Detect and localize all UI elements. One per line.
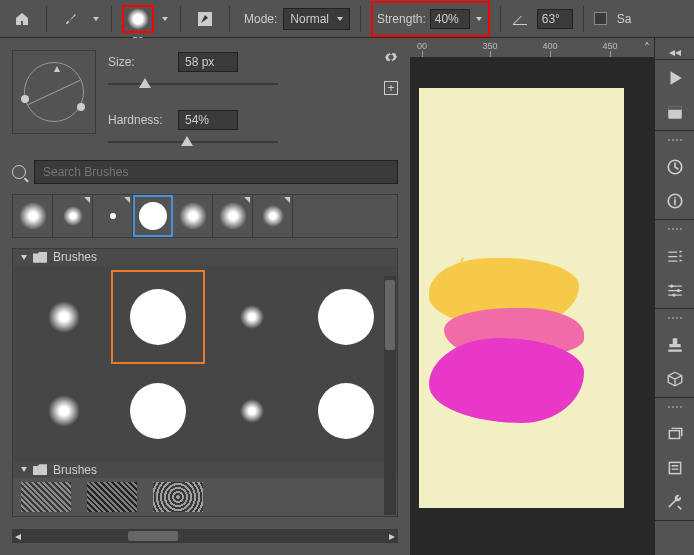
strength-label: Strength: (377, 12, 426, 26)
slider-thumb[interactable] (181, 136, 193, 146)
mode-select[interactable]: Normal (283, 8, 350, 30)
folder-icon (33, 464, 47, 475)
plus-icon: + (387, 82, 394, 94)
brush-tip-icon (130, 289, 186, 345)
tool-preset-button[interactable] (57, 5, 85, 33)
brush-search-row (12, 160, 398, 184)
hardness-slider[interactable] (108, 134, 278, 150)
brush-tip-icon (139, 202, 167, 230)
panel-grip[interactable] (661, 406, 689, 410)
brush-folder[interactable]: Brushes (13, 462, 397, 479)
horizontal-ruler[interactable]: 00 350 400 450 ˄ (410, 38, 654, 58)
brush-tip-icon (63, 206, 83, 226)
info-icon (666, 192, 684, 210)
expand-panels-button[interactable]: ◂◂ (655, 44, 694, 60)
tool-preset-dropdown[interactable] (91, 5, 101, 33)
clone-source-panel-button[interactable] (665, 335, 685, 355)
3d-panel-button[interactable] (665, 369, 685, 389)
angle-axis (28, 80, 81, 105)
angle-input[interactable]: 63° (537, 9, 573, 29)
size-slider[interactable] (108, 76, 278, 92)
brush-preset-icon (63, 11, 79, 27)
home-button[interactable] (8, 5, 36, 33)
brush-tip-icon (240, 305, 264, 329)
strength-dropdown[interactable] (474, 5, 484, 33)
angle-circle[interactable]: ▴ (24, 62, 84, 122)
brush-preset[interactable] (153, 482, 203, 512)
brush-search-input[interactable] (34, 160, 398, 184)
brush-settings-button[interactable] (191, 5, 219, 33)
recent-brush[interactable] (53, 195, 93, 237)
recent-brush[interactable] (253, 195, 293, 237)
main-area: + ▴ Size: 58 px (0, 38, 694, 555)
brush-preset[interactable] (111, 364, 205, 458)
clock-panel-button[interactable] (665, 157, 685, 177)
brush-preset[interactable] (299, 364, 393, 458)
brush-picker-dropdown[interactable] (160, 5, 170, 33)
info-panel-button[interactable] (665, 191, 685, 211)
preset-badge-icon (284, 197, 290, 203)
brush-tip-icon (240, 399, 264, 423)
recent-brush[interactable] (173, 195, 213, 237)
angle-handle[interactable] (21, 95, 29, 103)
brush-angle-widget[interactable]: ▴ (12, 50, 96, 134)
ruler-menu[interactable]: ˄ (644, 41, 650, 55)
new-brush-button[interactable]: + (384, 81, 398, 95)
chevron-down-icon (21, 467, 27, 472)
angle-arrow-icon: ▴ (54, 61, 60, 75)
brushes-panel-button[interactable] (665, 246, 685, 266)
brush-preview[interactable] (122, 5, 154, 33)
angle-handle[interactable] (77, 103, 85, 111)
recent-brush[interactable] (93, 195, 133, 237)
chevron-left-icon: ◂◂ (669, 45, 681, 59)
recent-brush[interactable] (213, 195, 253, 237)
svg-rect-9 (669, 462, 680, 473)
size-input[interactable]: 58 px (178, 52, 238, 72)
hardness-input[interactable]: 54% (178, 110, 238, 130)
brush-tip-icon (179, 202, 207, 230)
sample-checkbox[interactable] (594, 12, 607, 25)
vertical-scrollbar[interactable] (384, 276, 396, 515)
brush-preset[interactable] (205, 270, 299, 364)
brush-preview-control[interactable]: 58 (122, 5, 154, 33)
canvas[interactable] (410, 58, 654, 555)
brush-preset[interactable] (205, 364, 299, 458)
brush-preset[interactable] (17, 364, 111, 458)
tools-panel-button[interactable] (665, 492, 685, 512)
brush-panel-icon (196, 10, 214, 28)
hardness-label: Hardness: (108, 113, 168, 127)
scroll-left-button[interactable]: ◂ (12, 530, 24, 542)
svg-point-6 (676, 289, 679, 292)
ruler-tick-label: 400 (542, 41, 557, 51)
panel-grip[interactable] (661, 228, 689, 232)
recent-brush[interactable] (13, 195, 53, 237)
search-button[interactable] (12, 165, 26, 179)
paragraph-panel-button[interactable] (665, 458, 685, 478)
character-panel-button[interactable] (665, 424, 685, 444)
brush-tip-icon (110, 213, 116, 219)
brush-settings-panel-button[interactable] (665, 280, 685, 300)
panel-grip[interactable] (661, 139, 689, 143)
panel-settings-button[interactable] (384, 50, 398, 67)
scrollbar-thumb[interactable] (385, 280, 395, 350)
brush-tip-icon (19, 202, 47, 230)
brush-folder[interactable]: Brushes (13, 249, 397, 266)
artboard[interactable] (419, 88, 624, 508)
horizontal-scrollbar[interactable]: ◂ ▸ (12, 529, 398, 543)
strength-input[interactable]: 40% (430, 9, 470, 29)
slider-thumb[interactable] (139, 78, 151, 88)
scroll-right-button[interactable]: ▸ (386, 530, 398, 542)
mode-label: Mode: (244, 12, 277, 26)
recent-brush-selected[interactable] (133, 195, 173, 237)
brush-preset[interactable] (17, 270, 111, 364)
scrollbar-thumb[interactable] (128, 531, 178, 541)
history-panel-button[interactable] (665, 102, 685, 122)
brush-preset[interactable] (21, 482, 71, 512)
brush-preset[interactable] (87, 482, 137, 512)
brush-preset[interactable] (299, 270, 393, 364)
brush-texture-row (13, 478, 397, 516)
actions-panel-button[interactable] (665, 68, 685, 88)
panel-grip[interactable] (661, 317, 689, 321)
brush-preset-selected[interactable] (111, 270, 205, 364)
brush-tip-icon (262, 205, 284, 227)
